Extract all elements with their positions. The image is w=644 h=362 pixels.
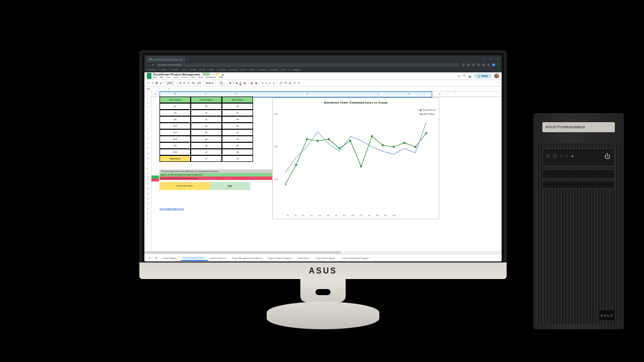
halign-icon[interactable]: ≡ [262, 81, 264, 84]
row-header[interactable]: 23 [144, 202, 151, 207]
table-cell[interactable]: 40 [191, 136, 222, 142]
bookmark-item[interactable]: ▸ Cw Fi [280, 69, 286, 71]
link-icon[interactable]: 🔗 [279, 81, 282, 84]
table-cell[interactable]: 4/8 [159, 116, 191, 123]
table-cell[interactable]: 42 [191, 149, 222, 155]
menu-item[interactable]: Edit [159, 76, 163, 78]
bookmark-item[interactable]: ▸ Cw PayPay [228, 69, 237, 71]
zoom-select[interactable]: 100% [165, 81, 175, 85]
sheet-tab-menu-icon[interactable]: ▾ [262, 257, 263, 259]
valign-icon[interactable]: ≡ [266, 81, 267, 84]
row-header[interactable]: 1 [144, 92, 151, 97]
menu-item[interactable]: Format [182, 76, 188, 78]
table-cell[interactable]: 33 [191, 103, 222, 110]
paint-format-icon[interactable]: 🖌 [160, 81, 163, 84]
table-cell[interactable]: 4/5 [159, 110, 191, 116]
functions-icon[interactable]: Σ [298, 81, 299, 84]
bookmark-item[interactable]: ▸ Cw Fi [181, 69, 187, 71]
merge-icon[interactable]: ▦ [255, 81, 258, 84]
extension-icon[interactable] [477, 63, 480, 66]
new-tab-button[interactable]: + [187, 57, 188, 60]
column-header[interactable]: D [221, 92, 252, 97]
more-formats-icon[interactable]: 123 [197, 81, 201, 84]
insert-chart-icon[interactable]: ▥ [289, 81, 291, 84]
window-maximize-icon[interactable]: □ [491, 57, 494, 60]
menu-item[interactable]: Tools [198, 76, 203, 78]
extension-icon[interactable] [472, 63, 475, 66]
table-cell[interactable]: 42 [222, 129, 253, 136]
bookmark-item[interactable]: ▸ Cw Terema [217, 69, 226, 71]
bookmark-item[interactable]: ▸ Cw NFT [248, 69, 255, 71]
nav-back-icon[interactable]: ‹ [146, 63, 147, 66]
table-cell[interactable]: 38 [222, 142, 253, 149]
burndown-chart[interactable]: Burndown Chart: Estimated hours vs Actua… [272, 98, 439, 219]
table-cell[interactable]: 4/1 [159, 103, 191, 110]
bookmark-item[interactable]: ▸ Cw PayPay [269, 69, 278, 71]
menu-item[interactable]: File [153, 76, 156, 78]
bookmark-item[interactable]: ▸ Cw PayPay [157, 69, 167, 71]
nav-forward-icon[interactable]: › [149, 63, 150, 66]
row-header[interactable]: 22 [144, 197, 151, 202]
column-header[interactable]: C [191, 92, 221, 97]
collapse-toolbar-icon[interactable]: ^ [498, 81, 499, 84]
window-minimize-icon[interactable]: ─ [485, 57, 488, 60]
fontsize-input[interactable]: 10 [218, 81, 225, 85]
sheet-tab[interactable]: Project Status Report▾ [313, 255, 339, 261]
redo-icon[interactable]: ↷ [151, 81, 153, 84]
table-cell[interactable]: 48 [222, 116, 253, 123]
menu-item[interactable]: View [166, 76, 171, 78]
comment-icon[interactable]: 🗨 [463, 74, 466, 77]
sheet-tab-menu-icon[interactable]: ▾ [177, 257, 178, 259]
row-header[interactable]: 12 [144, 147, 151, 152]
bookmark-item[interactable]: ▸ Cw Fi [240, 69, 246, 71]
sheet-tab-menu-icon[interactable]: ▾ [226, 257, 227, 259]
move-folder-icon[interactable]: 📁 [216, 72, 219, 76]
sheet-tab[interactable]: Project Task List▾ [208, 255, 229, 261]
filter-icon[interactable]: ▼ [293, 81, 296, 84]
url-field[interactable]: docs.google.com/spreadsheets/d/… [156, 63, 460, 67]
menu-item[interactable]: Insert [174, 76, 179, 78]
table-cell[interactable]: 48 [222, 149, 253, 155]
row-header[interactable]: 2 [144, 97, 151, 102]
menu-item[interactable]: Help [219, 76, 223, 78]
row-header[interactable]: 5 [144, 112, 151, 117]
sheet-tab[interactable]: Project Management Dashboard▾ [229, 255, 266, 261]
decrease-decimal-icon[interactable]: .0 [187, 81, 189, 84]
star-icon[interactable]: ☆ [212, 72, 214, 76]
table-cell[interactable]: 44 [191, 123, 222, 129]
table-cell[interactable]: 50 [191, 142, 222, 149]
insert-comment-icon[interactable]: 🗨 [284, 81, 287, 84]
power-button-icon[interactable]: ⏻ [604, 153, 610, 160]
sheet-tab[interactable]: Sprint Burndown Chart▾ [181, 255, 208, 261]
sheet-tab-menu-icon[interactable]: ▾ [336, 257, 337, 259]
nav-reload-icon[interactable]: ⟳ [152, 63, 154, 66]
row-header[interactable]: 11 [144, 142, 151, 147]
table-cell[interactable]: 48 [191, 129, 222, 136]
sheet-tab-menu-icon[interactable]: ▾ [370, 257, 371, 259]
window-close-icon[interactable]: ✕ [497, 57, 500, 60]
font-select[interactable]: Default [206, 81, 214, 84]
document-title[interactable]: ExcelSmart Project Management [153, 73, 200, 76]
optical-drive[interactable] [542, 169, 615, 178]
row-header[interactable]: 8 [144, 127, 151, 132]
row-headers[interactable]: 1234567891011121314151617181920212223242… [144, 92, 151, 251]
total-label[interactable]: Total hours [159, 155, 191, 162]
table-cell[interactable]: 4/15 [159, 123, 191, 129]
strike-icon[interactable]: S [236, 81, 237, 84]
account-avatar[interactable] [494, 73, 499, 78]
bookmark-item[interactable]: ▸ Cw FinPlan [170, 69, 179, 71]
browser-menu-icon[interactable]: ⋮ [497, 63, 500, 66]
sheet-tab-menu-icon[interactable]: ▾ [292, 257, 293, 259]
table-cell[interactable]: 60 [222, 123, 253, 129]
menu-item[interactable]: Data [191, 76, 195, 78]
fill-color-icon[interactable]: ▦ [244, 81, 246, 84]
sheet-tab[interactable]: Gantt Chart▾ [296, 255, 313, 261]
row-header[interactable]: 7 [144, 122, 151, 127]
all-sheets-button[interactable]: ≡ [153, 256, 159, 259]
column-header[interactable]: H [425, 92, 455, 97]
increase-decimal-icon[interactable]: .00 [191, 81, 195, 84]
sheet-tab-menu-icon[interactable]: ▾ [204, 256, 205, 258]
row-header[interactable]: 19 [144, 182, 151, 187]
meet-icon[interactable]: ▦ [468, 74, 471, 78]
extension-icon[interactable] [467, 63, 470, 66]
